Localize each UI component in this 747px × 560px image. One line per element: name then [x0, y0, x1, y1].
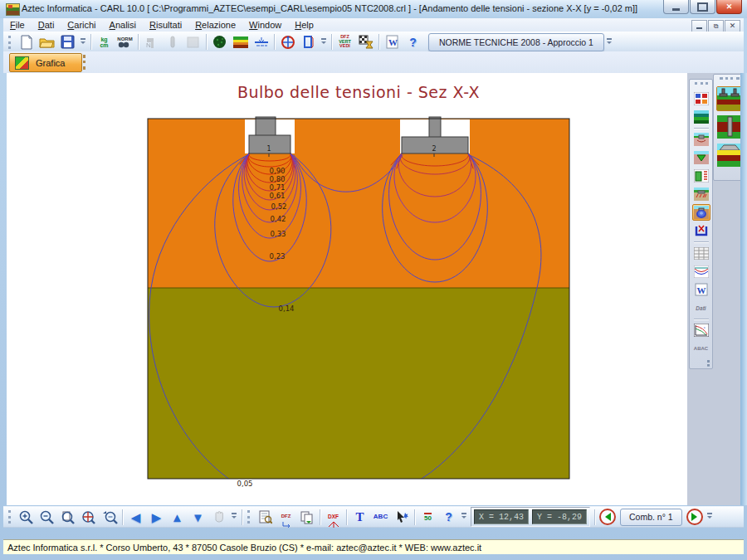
legend-button[interactable]	[692, 90, 710, 107]
view-toolbar-grip[interactable]	[695, 82, 708, 87]
text-tool-button[interactable]: T	[350, 509, 369, 526]
word-icon: W	[695, 283, 708, 296]
view-toolbar-resize-grip[interactable]	[699, 360, 710, 367]
dati-icon: Dati	[696, 305, 706, 311]
child-window-controls: ⧉ ✕	[691, 20, 740, 32]
embankment-icon	[717, 144, 742, 167]
menu-carichi[interactable]: Carichi	[61, 18, 102, 32]
verify-button[interactable]	[356, 33, 375, 51]
zoom-extents-button[interactable]	[79, 509, 98, 526]
pan-up-button[interactable]: ▲	[168, 509, 187, 526]
next-combination-button[interactable]	[686, 509, 703, 525]
contour-label: 0,80	[270, 175, 286, 183]
bottom-overflow-chevron-1[interactable]	[231, 510, 237, 523]
lower-soil-layer	[148, 288, 569, 479]
graphics-canvas[interactable]: Bulbo delle tensioni - Sez X-X 0,900,800…	[7, 73, 687, 505]
pile-tool-button[interactable]	[163, 33, 182, 51]
norme-tecniche-button[interactable]: NORME TECNICHE 2008 - Approccio 1	[428, 33, 604, 51]
globe-button[interactable]	[210, 33, 229, 51]
pan-right-button[interactable]: ▶	[147, 509, 166, 526]
dfz-view-button[interactable]: DFZ VERT VEDI	[335, 33, 354, 51]
frame-arrows-button[interactable]	[299, 33, 318, 51]
zoom-out-button[interactable]	[37, 509, 56, 526]
combination-selector[interactable]: Comb. n° 1	[620, 509, 682, 526]
pile-icon	[717, 115, 742, 139]
menu-file[interactable]: File	[3, 18, 32, 32]
main-toolbar: kgcm NORM N DFZ VERT VEDI W ? NORME TECN…	[3, 32, 744, 53]
model-toolbar-grip[interactable]	[720, 77, 740, 82]
bottom-overflow-chevron-2[interactable]	[461, 510, 467, 523]
help-button-bottom[interactable]: ?	[439, 509, 458, 526]
pan-hand-button[interactable]	[209, 509, 228, 526]
scale-button[interactable]: 50	[418, 509, 437, 526]
zoom-in-button[interactable]	[17, 509, 36, 526]
footing-settlement-icon	[694, 133, 709, 146]
hammer-button[interactable]: N	[142, 33, 161, 51]
title-bar[interactable]: Aztec Informatica - CARL 10.0 [ C:\Progr…	[0, 0, 747, 18]
child-restore-button[interactable]: ⧉	[708, 20, 724, 32]
open-file-button[interactable]	[37, 33, 56, 51]
prev-combination-button[interactable]	[599, 509, 616, 525]
stratigraphy-button[interactable]	[231, 33, 250, 51]
pages-export-button[interactable]	[297, 509, 316, 526]
table-button[interactable]	[692, 245, 710, 261]
toolbar-overflow-chevron-2[interactable]	[320, 36, 327, 49]
tab-grip[interactable]	[83, 55, 90, 70]
help-button[interactable]: ?	[403, 33, 422, 51]
water-table-button[interactable]	[251, 33, 271, 51]
word-export-button[interactable]: W	[383, 33, 402, 51]
dxf-export-button[interactable]: DXF	[324, 509, 343, 526]
maximize-button[interactable]	[690, 0, 715, 14]
section-x-button[interactable]	[692, 222, 710, 239]
close-button[interactable]: ✕	[716, 0, 742, 14]
dfz-export-button[interactable]: DFZ	[276, 509, 295, 526]
stress-bulb-button[interactable]	[692, 204, 710, 221]
menu-analisi[interactable]: Analisi	[103, 18, 143, 32]
bottom-overflow-chevron-3[interactable]	[706, 510, 713, 523]
menu-relazione[interactable]: Relazione	[188, 18, 242, 32]
word-report-button[interactable]: W	[692, 281, 710, 298]
footing-2-label: 2	[432, 145, 436, 153]
circle-arrows-button[interactable]	[278, 33, 297, 51]
pile-button[interactable]	[716, 114, 743, 139]
pointer-button[interactable]	[392, 509, 411, 526]
save-button[interactable]	[58, 33, 77, 51]
zoom-window-button[interactable]	[100, 509, 119, 526]
block-tool-button[interactable]	[183, 33, 203, 51]
embankment-button[interactable]	[716, 143, 743, 168]
menu-window[interactable]: Window	[242, 18, 288, 32]
child-close-button[interactable]: ✕	[725, 20, 740, 32]
menu-dati[interactable]: Dati	[32, 18, 61, 32]
abac-button[interactable]: ABAC	[692, 340, 710, 357]
toolbar-overflow-chevron-3[interactable]	[606, 36, 613, 49]
toolbar-grip[interactable]	[8, 36, 13, 49]
preview-button[interactable]	[256, 509, 275, 526]
menu-risultati[interactable]: Risultati	[143, 18, 188, 32]
bottom-toolbar-grip-2[interactable]	[247, 510, 252, 523]
pressure-diagram-button[interactable]	[692, 168, 710, 184]
soil-layers-button[interactable]	[692, 109, 710, 125]
menu-help[interactable]: Help	[288, 18, 320, 32]
settlement-curves-button[interactable]	[692, 263, 710, 280]
minimize-button[interactable]	[663, 0, 689, 14]
zoom-page-button[interactable]	[58, 509, 77, 526]
bottom-toolbar-grip[interactable]	[8, 510, 13, 523]
font-button[interactable]: ABC	[371, 509, 390, 526]
norm-button[interactable]: NORM	[115, 33, 134, 51]
hammer-icon: N	[145, 36, 159, 49]
pan-left-button[interactable]: ◀	[126, 509, 145, 526]
new-file-button[interactable]	[17, 33, 36, 51]
abac-icon: ABAC	[694, 346, 708, 351]
dati-button[interactable]: Dati	[692, 299, 710, 316]
contour-label: 0,52	[271, 202, 287, 211]
soil-wedge-button[interactable]	[692, 149, 710, 166]
child-minimize-button[interactable]	[691, 20, 707, 32]
pan-down-button[interactable]: ▼	[188, 509, 208, 526]
chart-curves-button[interactable]: c	[692, 322, 710, 338]
toolbar-overflow-chevron[interactable]	[80, 36, 86, 49]
footing-settlement-button[interactable]	[692, 131, 710, 148]
tab-grafica[interactable]: Grafica	[9, 53, 82, 72]
two-footings-button[interactable]	[716, 86, 743, 111]
footing-hatch-button[interactable]	[692, 186, 710, 202]
units-button[interactable]: kgcm	[95, 33, 114, 51]
